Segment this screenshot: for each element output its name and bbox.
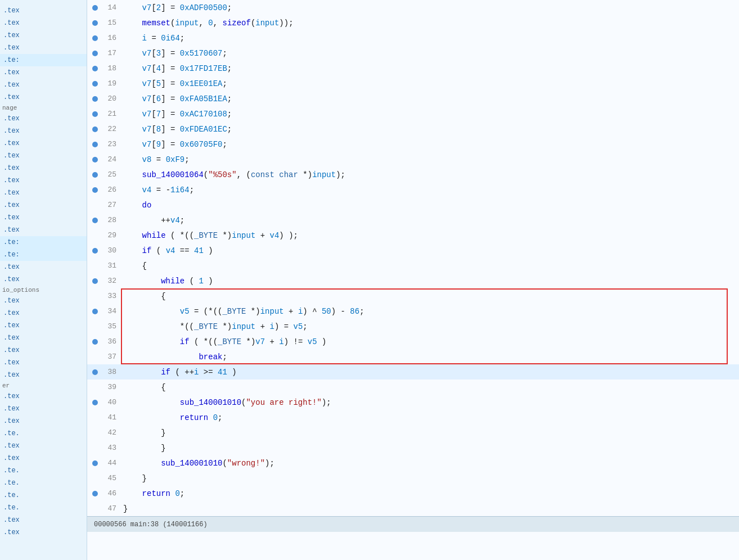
line-dot-20[interactable] (87, 96, 103, 102)
sidebar-item[interactable]: .tex (0, 150, 87, 162)
line-dot-32[interactable] (87, 278, 103, 284)
sidebar-item[interactable]: .tex (0, 174, 87, 187)
sidebar-item[interactable]: .te. (0, 502, 87, 514)
line-dot-18[interactable] (87, 66, 103, 71)
breakpoint-dot[interactable] (92, 81, 98, 87)
line-dot-25[interactable] (87, 172, 103, 178)
code-line-33: 33 { (87, 288, 739, 304)
sidebar-item[interactable]: .tex (0, 29, 87, 42)
sidebar-item[interactable]: .tex (0, 307, 87, 319)
sidebar-item[interactable]: .tex (0, 415, 87, 427)
sidebar-item[interactable]: .tex (0, 356, 87, 369)
sidebar-item[interactable]: .te: (0, 236, 87, 249)
sidebar-item[interactable]: .tex (0, 137, 87, 150)
breakpoint-dot[interactable] (92, 66, 98, 71)
line-dot-24[interactable] (87, 157, 103, 162)
sidebar-item[interactable]: .tex (0, 369, 87, 381)
line-dot-22[interactable] (87, 127, 103, 132)
line-dot-15[interactable] (87, 20, 103, 26)
line-content-21: v7[7] = 0xAC170108; (121, 110, 739, 119)
sidebar-item[interactable]: .tex (0, 162, 87, 174)
line-dot-17[interactable] (87, 51, 103, 56)
breakpoint-dot[interactable] (92, 142, 98, 147)
line-dot-34[interactable] (87, 309, 103, 314)
breakpoint-dot[interactable] (92, 460, 98, 466)
sidebar-item[interactable]: .tex (0, 526, 87, 539)
sidebar-item[interactable]: .tex (0, 514, 87, 526)
line-dot-36[interactable] (87, 339, 103, 345)
line-number-40: 40 (103, 398, 121, 407)
code-line-37: 37 break; (87, 349, 739, 364)
sidebar-item[interactable]: .tex (0, 261, 87, 273)
sidebar-item[interactable]: .tex (0, 42, 87, 54)
code-line-31: 31 { (87, 258, 739, 273)
sidebar-item[interactable]: .tex (0, 112, 87, 125)
line-dot-14[interactable] (87, 5, 103, 11)
line-dot-21[interactable] (87, 111, 103, 117)
line-dot-38[interactable] (87, 369, 103, 375)
breakpoint-dot[interactable] (92, 5, 98, 11)
line-dot-26[interactable] (87, 187, 103, 193)
sidebar-item[interactable]: .tex (0, 295, 87, 307)
sidebar-item[interactable]: .tex (0, 125, 87, 137)
sidebar-item[interactable]: .tex (0, 390, 87, 403)
sidebar-item[interactable]: .te: (0, 54, 87, 66)
breakpoint-dot[interactable] (92, 369, 98, 375)
breakpoint-dot[interactable] (92, 491, 98, 496)
sidebar-item[interactable]: .tex (0, 403, 87, 415)
line-number-41: 41 (103, 413, 121, 422)
line-number-18: 18 (103, 64, 121, 73)
breakpoint-dot[interactable] (92, 51, 98, 56)
breakpoint-dot[interactable] (92, 309, 98, 314)
line-number-25: 25 (103, 170, 121, 179)
sidebar-item[interactable]: .tex (0, 273, 87, 286)
breakpoint-dot[interactable] (92, 111, 98, 117)
line-dot-40[interactable] (87, 400, 103, 405)
line-number-45: 45 (103, 474, 121, 482)
sidebar-item[interactable]: .tex (0, 319, 87, 332)
sidebar-item[interactable]: .tex (0, 199, 87, 211)
line-dot-44[interactable] (87, 460, 103, 466)
breakpoint-dot[interactable] (92, 248, 98, 254)
sidebar-item[interactable]: .tex (0, 344, 87, 356)
sidebar-item[interactable]: .tex (0, 17, 87, 29)
sidebar-item[interactable]: .tex (0, 440, 87, 452)
sidebar-item[interactable]: .tex (0, 4, 87, 17)
line-dot-16[interactable] (87, 35, 103, 41)
sidebar-item[interactable]: .tex (0, 332, 87, 344)
breakpoint-dot[interactable] (92, 20, 98, 26)
breakpoint-dot[interactable] (92, 157, 98, 162)
breakpoint-dot[interactable] (92, 218, 98, 223)
breakpoint-dot[interactable] (92, 127, 98, 132)
code-line-43: 43 } (87, 440, 739, 455)
breakpoint-dot[interactable] (92, 278, 98, 284)
sidebar-item[interactable]: .tex (0, 224, 87, 236)
sidebar-item[interactable]: .te. (0, 427, 87, 440)
sidebar-item[interactable]: .te: (0, 249, 87, 261)
line-dot-30[interactable] (87, 248, 103, 254)
line-number-17: 17 (103, 49, 121, 57)
line-number-26: 26 (103, 186, 121, 194)
code-line-18: 18 v7[4] = 0x17FD17EB; (87, 61, 739, 76)
breakpoint-dot[interactable] (92, 187, 98, 193)
sidebar-item[interactable]: .tex (0, 79, 87, 91)
line-content-30: if ( v4 == 41 ) (121, 246, 739, 255)
sidebar-item[interactable]: .tex (0, 91, 87, 103)
breakpoint-dot[interactable] (92, 35, 98, 41)
line-dot-28[interactable] (87, 218, 103, 223)
line-dot-23[interactable] (87, 142, 103, 147)
breakpoint-dot[interactable] (92, 339, 98, 345)
sidebar-item[interactable]: .te. (0, 489, 87, 502)
sidebar-item[interactable]: .tex (0, 187, 87, 199)
sidebar-section-label: io_options (0, 286, 87, 295)
sidebar-item[interactable]: .te. (0, 477, 87, 489)
breakpoint-dot[interactable] (92, 96, 98, 102)
sidebar-item[interactable]: .te. (0, 464, 87, 477)
breakpoint-dot[interactable] (92, 400, 98, 405)
breakpoint-dot[interactable] (92, 172, 98, 178)
sidebar-item[interactable]: .tex (0, 452, 87, 464)
sidebar-item[interactable]: .tex (0, 66, 87, 79)
sidebar-item[interactable]: .tex (0, 211, 87, 224)
line-dot-46[interactable] (87, 491, 103, 496)
line-dot-19[interactable] (87, 81, 103, 87)
